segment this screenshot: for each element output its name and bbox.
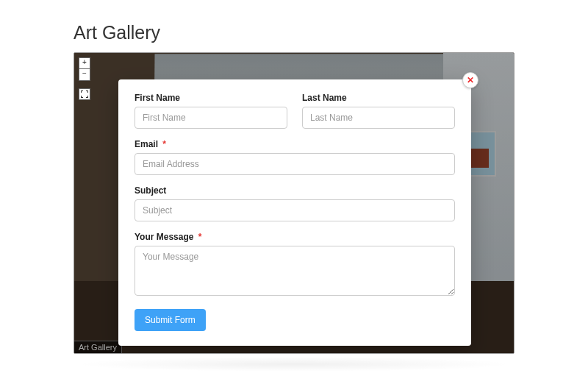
message-label: Your Message * [135, 232, 455, 242]
subject-label: Subject [135, 185, 455, 196]
first-name-group: First Name [135, 93, 287, 129]
last-name-label: Last Name [302, 93, 455, 103]
email-label: Email * [135, 139, 455, 149]
close-icon: ✕ [467, 75, 474, 85]
email-label-text: Email [135, 139, 158, 149]
first-name-label: First Name [135, 93, 287, 103]
message-label-text: Your Message [135, 232, 193, 242]
zoom-out-button[interactable]: − [79, 69, 90, 81]
first-name-input[interactable] [135, 107, 287, 129]
message-required-mark: * [198, 232, 202, 242]
email-group: Email * [135, 139, 455, 175]
zoom-controls: + − [79, 57, 90, 100]
viewer-caption: Art Gallery [74, 341, 122, 353]
fullscreen-button[interactable] [79, 88, 90, 100]
zoom-in-button[interactable]: + [79, 57, 90, 69]
last-name-input[interactable] [302, 107, 455, 129]
message-textarea[interactable] [135, 246, 455, 296]
email-input[interactable] [135, 153, 455, 175]
subject-input[interactable] [135, 199, 455, 221]
decorative-shadow [74, 357, 514, 372]
fullscreen-icon [81, 90, 88, 98]
message-group: Your Message * [135, 232, 455, 299]
last-name-group: Last Name [302, 93, 455, 129]
close-button[interactable]: ✕ [462, 72, 478, 88]
contact-form-modal: ✕ First Name Last Name Email * [118, 79, 471, 346]
subject-group: Subject [135, 185, 455, 221]
submit-button[interactable]: Submit Form [135, 309, 206, 331]
gallery-viewer: + − Art Gallery ✕ First Name Last Name [74, 52, 514, 354]
email-required-mark: * [162, 139, 166, 149]
page-title: Art Gallery [74, 22, 514, 43]
